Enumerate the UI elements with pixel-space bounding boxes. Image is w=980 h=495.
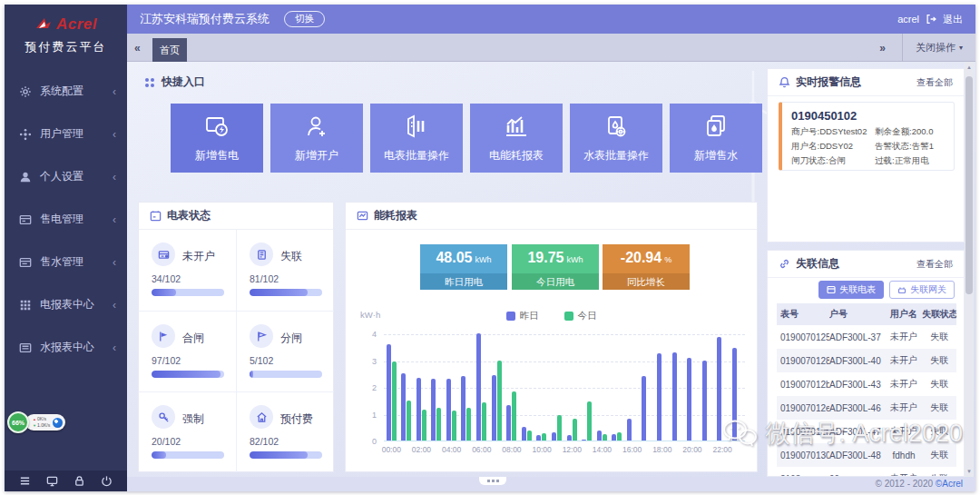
- meter-icon: [827, 285, 836, 294]
- sidebar-item-water-sales[interactable]: 售水管理‹: [5, 241, 127, 283]
- bar-昨日-12:00[interactable]: [567, 435, 572, 441]
- status-cell-forced[interactable]: 强制 20/102: [139, 391, 237, 472]
- footer-brand-link[interactable]: ©Acrel: [936, 479, 963, 489]
- bar-今日-08:00[interactable]: [512, 391, 516, 441]
- bar-今日-04:00[interactable]: [452, 411, 456, 441]
- disconnect-view-all-link[interactable]: 查看全部: [916, 258, 953, 271]
- collapse-tabs-right-icon[interactable]: »: [863, 42, 902, 54]
- disconnected-gateways-button[interactable]: 失联网关: [889, 281, 955, 299]
- bar-今日-02:00[interactable]: [422, 410, 426, 441]
- power-icon[interactable]: [101, 475, 113, 487]
- net-speed-widget[interactable]: 66% 0K/s 1.0K/s: [7, 411, 65, 433]
- bar-昨日-14:00[interactable]: [597, 431, 602, 441]
- bar-昨日-07:00[interactable]: [492, 375, 496, 441]
- legend-today[interactable]: 今日: [564, 310, 597, 322]
- sidebar-item-personal-settings[interactable]: 个人设置‹: [5, 155, 127, 198]
- add-electric-sale-button[interactable]: 新增售电: [171, 104, 263, 173]
- username[interactable]: acrel: [897, 14, 919, 25]
- add-water-sale-icon: [703, 114, 729, 139]
- bar-今日-15:00[interactable]: [617, 432, 622, 441]
- x-tick-label: 08:00: [496, 445, 527, 454]
- bar-昨日-21:00[interactable]: [702, 361, 707, 441]
- bar-昨日-20:00[interactable]: [687, 358, 691, 441]
- add-account-button[interactable]: 新增开户: [270, 104, 363, 173]
- bar-今日-09:00[interactable]: [527, 431, 532, 441]
- bar-昨日-16:00[interactable]: [627, 419, 632, 441]
- bar-今日-07:00[interactable]: [497, 361, 502, 441]
- status-cell-not-opened[interactable]: 未开户 34/102: [139, 230, 237, 311]
- status-cell-offline[interactable]: 失联 81/102: [236, 230, 334, 311]
- browser-icon: [53, 418, 63, 428]
- add-water-sale-button[interactable]: 新增售水: [670, 104, 762, 173]
- table-row[interactable]: 0190070128ADF300L-40未开户失联: [777, 349, 956, 372]
- bar-今日-14:00[interactable]: [603, 434, 607, 441]
- bar-昨日-02:00[interactable]: [416, 378, 421, 441]
- bar-今日-01:00[interactable]: [407, 401, 411, 441]
- logout-button[interactable]: 退出: [943, 13, 963, 26]
- sidebar-item-electric-sales[interactable]: 售电管理‹: [5, 198, 127, 241]
- sidebar-item-user-management[interactable]: 用户管理‹: [5, 113, 127, 155]
- meter-batch-button[interactable]: 电表批量操作: [370, 104, 463, 173]
- bar-今日-00:00[interactable]: [392, 361, 397, 441]
- bar-今日-05:00[interactable]: [466, 408, 471, 441]
- bar-昨日-09:00[interactable]: [522, 427, 526, 441]
- bar-昨日-22:00[interactable]: [717, 337, 721, 441]
- table-row[interactable]: 0190070130ADF300L-48fdhdh失联: [777, 443, 956, 467]
- collapse-tabs-left-icon[interactable]: «: [134, 42, 141, 54]
- bar-昨日-06:00[interactable]: [476, 333, 481, 441]
- bar-昨日-15:00[interactable]: [612, 434, 616, 441]
- alarm-view-all-link[interactable]: 查看全部: [916, 76, 953, 89]
- bar-昨日-11:00[interactable]: [552, 432, 556, 441]
- hamburger-icon[interactable]: [19, 475, 31, 487]
- lock-icon[interactable]: [74, 475, 85, 487]
- table-row[interactable]: 019007012eADF300L-46未开户失联: [777, 396, 956, 420]
- bar-昨日-10:00[interactable]: [536, 435, 541, 441]
- footer-collapse-handle[interactable]: [479, 477, 506, 485]
- sidebar-item-electric-report-center[interactable]: 电报表中心‹: [5, 283, 127, 326]
- bar-昨日-13:00[interactable]: [582, 440, 586, 441]
- table-row[interactable]: 0190070125ADF300L-37未开户失联: [777, 325, 956, 349]
- content-scrollbar[interactable]: ▴ ▾: [965, 62, 974, 477]
- bar-昨日-00:00[interactable]: [387, 344, 391, 441]
- water-meter-batch-button[interactable]: 水表批量操作: [570, 104, 662, 173]
- bar-昨日-18:00[interactable]: [657, 353, 662, 441]
- bar-今日-03:00[interactable]: [436, 408, 441, 441]
- bar-昨日-03:00[interactable]: [431, 379, 436, 441]
- scroll-up-arrow[interactable]: ▴: [965, 62, 974, 73]
- scroll-down-arrow[interactable]: ▾: [965, 466, 974, 477]
- close-operations-dropdown[interactable]: 关闭操作 ▾: [902, 34, 975, 62]
- table-row[interactable]: 019007012bADF300L-43未开户失联: [777, 372, 956, 396]
- bar-昨日-08:00[interactable]: [506, 405, 511, 441]
- bar-昨日-19:00[interactable]: [672, 352, 677, 441]
- app-window: Acrel 预付费云平台 系统配置‹ 用户管理‹ 个人设置‹ 售电管理‹: [5, 5, 975, 491]
- table-row[interactable]: 216399未开户失联: [777, 467, 956, 477]
- sidebar-item-system-config[interactable]: 系统配置‹: [5, 70, 127, 113]
- table-cell: ADF300L-43: [829, 380, 886, 390]
- bar-今日-06:00[interactable]: [482, 402, 486, 441]
- legend-yesterday[interactable]: 昨日: [506, 310, 539, 322]
- status-cell-switch-off[interactable]: 分闸 5/102: [236, 311, 334, 391]
- scrollbar-thumb[interactable]: [965, 76, 973, 294]
- bar-今日-13:00[interactable]: [587, 401, 592, 441]
- status-cell-switch-on[interactable]: 合闸 97/102: [139, 311, 237, 391]
- alarm-alert-card[interactable]: 0190450102 商户号:DDSYtest02 剩余金额:200.0 用户名…: [779, 102, 955, 171]
- bar-今日-10:00[interactable]: [542, 433, 546, 441]
- status-cell-prepaid[interactable]: 预付费 82/102: [236, 391, 334, 472]
- bar-昨日-23:00[interactable]: [732, 348, 737, 441]
- bar-昨日-05:00[interactable]: [461, 376, 466, 441]
- monitor-icon[interactable]: [46, 475, 58, 487]
- bar-今日-11:00[interactable]: [557, 415, 562, 441]
- switch-system-button[interactable]: 切换: [284, 11, 325, 27]
- sidebar-item-water-report-center[interactable]: 水报表中心‹: [5, 326, 127, 369]
- table-cell: 失联: [922, 401, 956, 414]
- bar-昨日-04:00[interactable]: [446, 379, 451, 441]
- realtime-alarm-panel: 实时报警信息 查看全部 0190450102 商户号:DDSYtest02 剩余…: [767, 68, 965, 243]
- bar-昨日-01:00[interactable]: [401, 373, 406, 441]
- tab-home[interactable]: 首页: [152, 38, 187, 62]
- bar-今日-12:00[interactable]: [573, 419, 577, 441]
- energy-report-button[interactable]: 电能耗报表: [470, 104, 563, 173]
- table-row[interactable]: 019007012fADF300L-47未开户失联: [777, 420, 956, 443]
- disconnected-meters-button[interactable]: 失联电表: [818, 281, 884, 299]
- bar-昨日-17:00[interactable]: [642, 376, 646, 441]
- chevron-left-icon: ‹: [113, 299, 116, 312]
